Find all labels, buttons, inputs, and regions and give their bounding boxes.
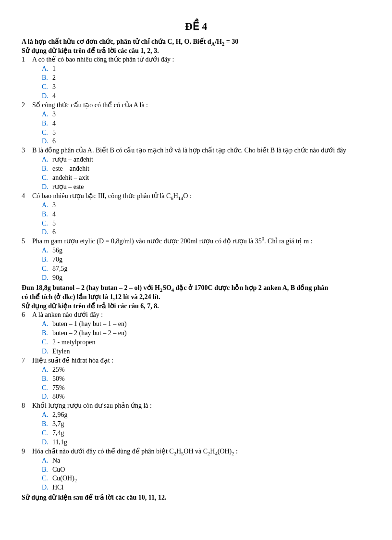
option-label: B. — [42, 74, 52, 83]
question-number: 4 — [22, 192, 32, 201]
option: D.6 — [22, 137, 370, 146]
option-text: 87,5g — [52, 264, 370, 274]
question-text: A có thể có bao nhiêu công thức phân tử … — [32, 55, 370, 64]
option-text: 80% — [52, 392, 370, 402]
option-text: 56g — [52, 246, 370, 255]
question: 3B là đồng phân của A. Biết B có cấu tạo… — [22, 146, 370, 191]
option-text: 4 — [52, 119, 370, 128]
option-text: 5 — [52, 128, 370, 138]
option-label: A. — [42, 411, 52, 420]
question-row: 7Hiệu suất đề hiđrat hóa đạt : — [22, 356, 370, 365]
option: A.25% — [22, 365, 370, 375]
option-label: D. — [42, 137, 52, 146]
option-text: 6 — [52, 137, 370, 146]
option-label: C. — [42, 219, 52, 228]
option: B.2 — [22, 74, 370, 83]
option: B.este – anđehit — [22, 164, 370, 174]
option-text: 3,7g — [52, 420, 370, 429]
question-text: B là đồng phân của A. Biết B có cấu tạo … — [32, 146, 370, 155]
option-label: B. — [42, 375, 52, 384]
option-label: C. — [42, 429, 52, 438]
option-label: A. — [42, 246, 52, 255]
option-label: D. — [42, 92, 52, 101]
question: 8Khối lượng rượu còn dư sau phản ứng là … — [22, 402, 370, 447]
option: A.3 — [22, 110, 370, 119]
page-title: ĐỀ 4 — [22, 19, 370, 34]
question-row: 1A có thể có bao nhiêu công thức phân tử… — [22, 55, 370, 64]
option: D.6 — [22, 228, 370, 237]
question: 6A là anken nào dưới đây :A.buten – 1 (h… — [22, 311, 370, 356]
question-row: 8Khối lượng rượu còn dư sau phản ứng là … — [22, 402, 370, 411]
section-intro-line: Sử dụng dữ kiện trên để trả lời các câu … — [22, 302, 370, 311]
option-text: buten – 1 (hay but – 1 – en) — [52, 320, 370, 329]
option: A.rượu – anđehit — [22, 155, 370, 164]
option: B.50% — [22, 375, 370, 384]
option-text: 5 — [52, 219, 370, 228]
option-text: 2,96g — [52, 411, 370, 420]
option: D.90g — [22, 274, 370, 283]
option: A.56g — [22, 246, 370, 255]
question: 4Có bao nhiêu rượu bậc III, công thức ph… — [22, 192, 370, 237]
option: C.75% — [22, 384, 370, 393]
option-text: 50% — [52, 375, 370, 384]
option-label: C. — [42, 83, 52, 92]
option-label: A. — [42, 456, 52, 465]
question-number: 3 — [22, 146, 32, 155]
option-text: 6 — [52, 228, 370, 237]
option: C.2 - metylpropen — [22, 338, 370, 347]
option-text: 90g — [52, 274, 370, 283]
option: D.80% — [22, 392, 370, 402]
question-row: 5Pha m gam rượu etylic (D = 0,8g/ml) vào… — [22, 237, 370, 246]
option-label: B. — [42, 164, 52, 174]
option-text: HCl — [52, 483, 370, 492]
option-label: B. — [42, 329, 52, 338]
option: B.buten – 2 (hay but – 2 – en) — [22, 329, 370, 338]
option-text: Na — [52, 456, 370, 465]
question-text: Pha m gam rượu etylic (D = 0,8g/ml) vào … — [32, 237, 370, 246]
question-number: 5 — [22, 237, 32, 246]
question-number: 1 — [22, 55, 32, 64]
option: C.5 — [22, 128, 370, 138]
option: C.87,5g — [22, 264, 370, 274]
option: A.Na — [22, 456, 370, 465]
question: 2Số công thức cấu tạo có thể có của A là… — [22, 101, 370, 146]
question: 1A có thể có bao nhiêu công thức phân tử… — [22, 55, 370, 100]
option-text: buten – 2 (hay but – 2 – en) — [52, 329, 370, 338]
option-label: C. — [42, 264, 52, 274]
option: D.rượu – este — [22, 183, 370, 192]
option-label: A. — [42, 110, 52, 119]
option-label: C. — [42, 384, 52, 393]
question-number: 2 — [22, 101, 32, 110]
option-text: Etylen — [52, 347, 370, 356]
question-text: Khối lượng rượu còn dư sau phản ứng là : — [32, 402, 370, 411]
option-text: 70g — [52, 255, 370, 264]
option-text: 25% — [52, 365, 370, 375]
option-text: 2 - metylpropen — [52, 338, 370, 347]
section-intro-line: Đun 18,8g butanol – 2 (hay butan – 2 – o… — [22, 284, 370, 293]
question-text: Số công thức cấu tạo có thể có của A là … — [32, 101, 370, 110]
option-label: A. — [42, 320, 52, 329]
option-text: 7,4g — [52, 429, 370, 438]
intro-line: Sử dụng dữ kiện trên để trả lời các câu … — [22, 47, 370, 56]
footer-note: Sử dụng dữ kiện sau để trả lời các câu 1… — [22, 493, 370, 502]
option-label: A. — [42, 155, 52, 164]
question: 7Hiệu suất đề hiđrat hóa đạt :A.25%B.50%… — [22, 356, 370, 402]
option: B.CuO — [22, 465, 370, 475]
option-label: A. — [42, 365, 52, 375]
intro-line: A là hợp chất hữu cơ đơn chức, phân tử c… — [22, 38, 370, 47]
option-label: C. — [42, 128, 52, 138]
questions-group-1: 1A có thể có bao nhiêu công thức phân tử… — [22, 55, 370, 282]
option-text: 4 — [52, 210, 370, 219]
question-number: 9 — [22, 447, 32, 456]
option-label: D. — [42, 228, 52, 237]
option-label: A. — [42, 64, 52, 74]
option: D.4 — [22, 92, 370, 101]
option: C.anđehit – axit — [22, 174, 370, 183]
option: B.4 — [22, 119, 370, 128]
option-label: D. — [42, 347, 52, 356]
option: D.11,1g — [22, 438, 370, 447]
option: B.4 — [22, 210, 370, 219]
option: C.7,4g — [22, 429, 370, 438]
question-row: 2Số công thức cấu tạo có thể có của A là… — [22, 101, 370, 110]
option-text: 1 — [52, 64, 370, 74]
